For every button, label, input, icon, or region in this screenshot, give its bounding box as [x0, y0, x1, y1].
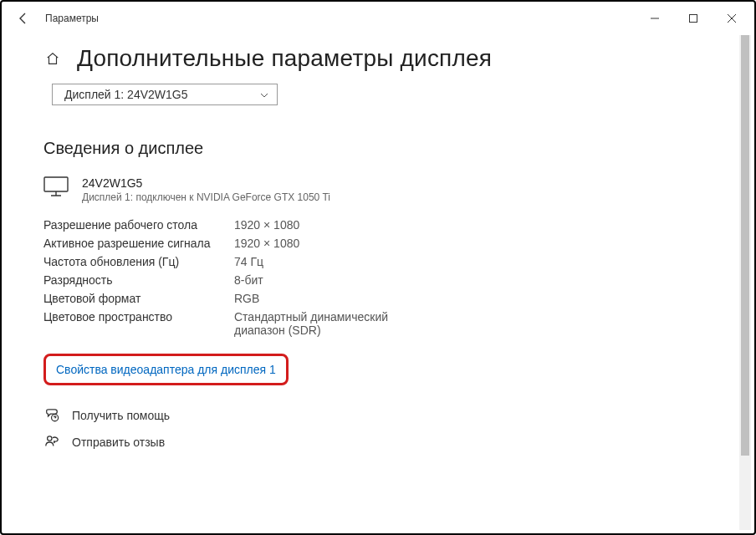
- svg-point-8: [48, 436, 52, 441]
- window-controls: [636, 2, 751, 35]
- spec-label: Разрядность: [43, 273, 234, 287]
- spec-value: 8-бит: [234, 273, 713, 287]
- help-icon: [43, 408, 60, 423]
- maximize-button[interactable]: [674, 2, 713, 35]
- spec-value: 1920 × 1080: [234, 218, 713, 232]
- feedback-label: Отправить отзыв: [72, 436, 165, 449]
- chevron-down-icon: [260, 89, 268, 99]
- back-button[interactable]: [5, 2, 42, 35]
- dropdown-selected-text: Дисплей 1: 24V2W1G5: [64, 88, 188, 101]
- adapter-properties-link[interactable]: Свойства видеоадаптера для дисплея 1: [43, 354, 289, 385]
- specs-grid: Разрешение рабочего стола 1920 × 1080 Ак…: [43, 218, 713, 337]
- spec-value: Стандартный динамический диапазон (SDR): [234, 310, 435, 337]
- feedback-link[interactable]: Отправить отзыв: [43, 429, 713, 456]
- titlebar: Параметры: [2, 2, 754, 35]
- get-help-link[interactable]: Получить помощь: [43, 402, 713, 429]
- home-button[interactable]: [43, 49, 62, 68]
- svg-rect-4: [44, 177, 68, 191]
- display-info-row: 24V2W1G5 Дисплей 1: подключен к NVIDIA G…: [43, 176, 713, 203]
- scrollbar-thumb[interactable]: [741, 35, 749, 456]
- display-info-text: 24V2W1G5 Дисплей 1: подключен к NVIDIA G…: [82, 176, 330, 203]
- close-button[interactable]: [713, 2, 751, 35]
- app-title: Параметры: [45, 13, 99, 24]
- section-title: Сведения о дисплее: [43, 139, 713, 158]
- svg-rect-1: [690, 15, 697, 23]
- heading-row: Дополнительные параметры дисплея: [43, 45, 713, 72]
- feedback-icon: [43, 435, 60, 450]
- spec-label: Цветовой формат: [43, 292, 234, 305]
- display-connection: Дисплей 1: подключен к NVIDIA GeForce GT…: [82, 191, 330, 203]
- monitor-icon: [43, 176, 69, 200]
- scrollbar[interactable]: [739, 35, 751, 530]
- spec-label: Разрешение рабочего стола: [43, 218, 234, 232]
- display-name: 24V2W1G5: [82, 176, 330, 190]
- spec-value: 1920 × 1080: [234, 237, 713, 250]
- page-title: Дополнительные параметры дисплея: [77, 45, 492, 72]
- spec-label: Активное разрешение сигнала: [43, 237, 234, 250]
- spec-label: Частота обновления (Гц): [43, 255, 234, 268]
- content-area: Дополнительные параметры дисплея Дисплей…: [2, 35, 754, 472]
- spec-value: RGB: [234, 292, 713, 305]
- minimize-button[interactable]: [636, 2, 674, 35]
- spec-value: 74 Гц: [234, 255, 713, 268]
- spec-label: Цветовое пространство: [43, 310, 234, 337]
- display-selector-dropdown[interactable]: Дисплей 1: 24V2W1G5: [52, 84, 278, 105]
- get-help-label: Получить помощь: [72, 409, 170, 422]
